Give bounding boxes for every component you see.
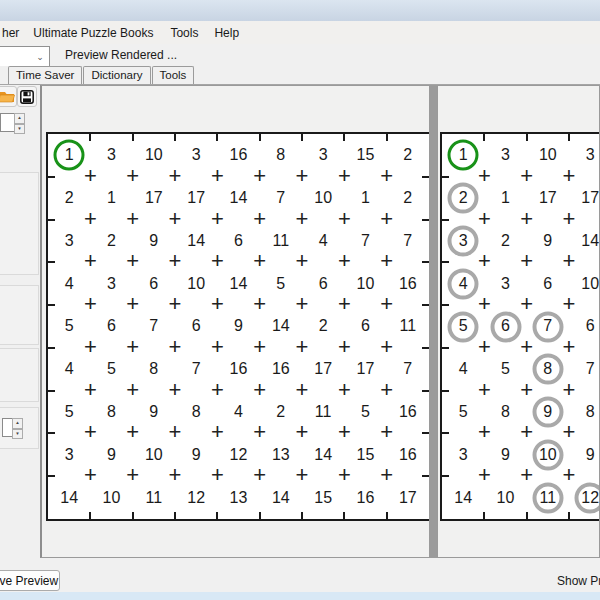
plus-operator: + — [520, 250, 533, 272]
open-folder-icon — [0, 90, 15, 103]
show-preview-label[interactable]: Show Preview — [557, 574, 600, 588]
sidebar-numeric-stepper-2[interactable]: ▲ ▼ — [2, 418, 23, 439]
plus-operator: + — [478, 422, 491, 444]
plus-operator: + — [380, 208, 393, 230]
grid-tick — [386, 134, 388, 141]
main-area: ▲ ▼ ▲ ▼ 13103168315221171714710123291461… — [0, 85, 600, 558]
plus-operator: + — [126, 208, 139, 230]
menu-item-tools[interactable]: Tools — [170, 23, 198, 43]
open-button[interactable] — [0, 86, 17, 107]
grid-tick — [48, 261, 55, 263]
plus-operator: + — [253, 336, 266, 358]
plus-operator: + — [520, 293, 533, 315]
tab-time-saver[interactable]: Time Saver — [8, 66, 82, 84]
grid-tick — [48, 176, 55, 178]
plus-operator: + — [296, 422, 309, 444]
grid-tick — [422, 261, 429, 263]
plus-operator: + — [338, 379, 351, 401]
plus-operator: + — [169, 464, 182, 486]
pane-splitter[interactable] — [430, 85, 437, 558]
plus-operator: + — [563, 250, 576, 272]
plus-operator: + — [380, 165, 393, 187]
plus-operator: + — [478, 208, 491, 230]
plus-operator: + — [296, 165, 309, 187]
plus-operator: + — [563, 464, 576, 486]
menu-item-help[interactable]: Help — [214, 23, 239, 43]
plus-operator: + — [126, 336, 139, 358]
plus-operator: + — [126, 422, 139, 444]
plus-operator: + — [169, 422, 182, 444]
title-bar — [0, 0, 600, 21]
grid-tick — [422, 176, 429, 178]
plus-operator: + — [211, 293, 224, 315]
floppy-disk-icon — [20, 90, 34, 104]
sidebar-groupbox-3 — [0, 348, 39, 402]
solution-circle-gray — [532, 311, 563, 342]
solution-circle-gray — [532, 397, 563, 428]
plus-operator: + — [126, 379, 139, 401]
plus-operator: + — [563, 208, 576, 230]
solution-circle-gray — [448, 183, 479, 214]
grid-tick — [422, 390, 429, 392]
stepper-field[interactable] — [0, 113, 14, 132]
plus-operator: + — [296, 208, 309, 230]
save-button-toolbar[interactable] — [17, 86, 37, 107]
solution-circle-green — [448, 140, 479, 171]
grid-tick — [259, 134, 261, 141]
grid-tick — [48, 347, 55, 349]
plus-operator: + — [211, 422, 224, 444]
plus-operator: + — [253, 293, 266, 315]
plus-operator: + — [84, 250, 97, 272]
grid-tick — [422, 475, 429, 477]
grid-tick — [422, 219, 429, 221]
plus-operator: + — [478, 165, 491, 187]
chevron-down-icon: ⌄ — [31, 52, 49, 62]
grid-tick — [442, 347, 449, 349]
save-preview-button[interactable]: Save Preview — [0, 570, 60, 591]
plus-operator: + — [380, 422, 393, 444]
menu-item-clipped[interactable]: her — [2, 23, 19, 43]
stepper-up-icon[interactable]: ▲ — [14, 113, 25, 124]
grid-tick — [259, 512, 261, 519]
grid-tick — [442, 475, 449, 477]
stepper-up-icon[interactable]: ▲ — [12, 418, 23, 429]
plus-operator: + — [478, 293, 491, 315]
menu-item-ultimate-puzzle-books[interactable]: Ultimate Puzzle Books — [33, 23, 153, 43]
solution-circle-gray — [448, 225, 479, 256]
grid-tick — [216, 512, 218, 519]
left-sidebar: ▲ ▼ ▲ ▼ — [0, 85, 40, 558]
grid-tick — [526, 134, 528, 141]
grid-tick — [422, 304, 429, 306]
stepper-down-icon[interactable]: ▼ — [14, 124, 25, 135]
plus-operator: + — [253, 422, 266, 444]
plus-operator: + — [296, 250, 309, 272]
plus-operator: + — [126, 293, 139, 315]
stepper-down-icon[interactable]: ▼ — [12, 429, 23, 440]
plus-operator: + — [211, 379, 224, 401]
stepper-field[interactable] — [2, 418, 12, 437]
app-window: her Ultimate Puzzle Books Tools Help ⌄ P… — [0, 0, 600, 600]
plus-operator: + — [563, 165, 576, 187]
plus-operator: + — [380, 293, 393, 315]
plus-operator: + — [84, 379, 97, 401]
solution-circle-green — [54, 140, 85, 171]
solution-circle-gray — [575, 482, 600, 513]
command-row: ⌄ Preview Rendered ... — [0, 44, 600, 66]
plus-operator: + — [296, 336, 309, 358]
grid-tick — [343, 512, 345, 519]
plus-operator: + — [563, 379, 576, 401]
grid-tick — [422, 432, 429, 434]
solution-circle-gray — [448, 311, 479, 342]
grid-tick — [132, 512, 134, 519]
plus-operator: + — [338, 165, 351, 187]
tab-tools[interactable]: Tools — [152, 66, 195, 84]
plus-operator: + — [296, 379, 309, 401]
preview-combobox[interactable]: ⌄ — [0, 46, 50, 67]
grid-tick — [216, 134, 218, 141]
tab-dictionary[interactable]: Dictionary — [83, 66, 150, 84]
sidebar-numeric-stepper-1[interactable]: ▲ ▼ — [0, 113, 25, 134]
plus-operator: + — [126, 250, 139, 272]
puzzle-grid-right: 1310321171732914436105676458758983910914… — [440, 132, 600, 521]
grid-tick — [48, 219, 55, 221]
menu-bar: her Ultimate Puzzle Books Tools Help — [0, 21, 600, 44]
